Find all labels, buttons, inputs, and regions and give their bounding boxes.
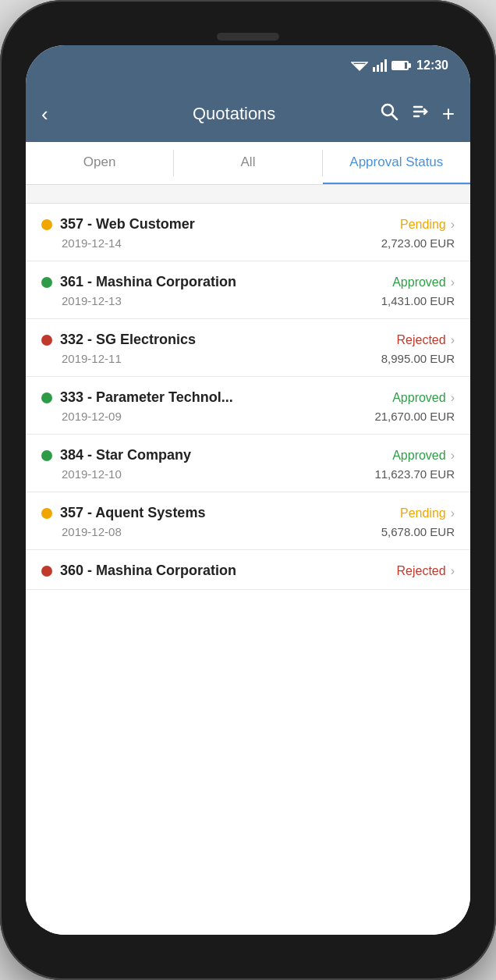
item-right: Pending ›	[400, 506, 455, 520]
item-amount: 1,431.00 EUR	[381, 294, 455, 307]
list-item[interactable]: 357 - Web Customer Pending › 2019-12-14 …	[26, 204, 470, 261]
item-name: 357 - Web Customer	[60, 216, 195, 233]
list-item-row1: 357 - Web Customer Pending ›	[41, 216, 455, 233]
svg-rect-3	[377, 65, 379, 72]
list-item[interactable]: 333 - Parameter Technol... Approved › 20…	[26, 377, 470, 435]
status-icons: 12:30	[351, 59, 448, 73]
item-status: Pending	[400, 506, 446, 520]
chevron-right-icon: ›	[451, 333, 455, 347]
list-item-row2: 2019-12-14 2,723.00 EUR	[41, 236, 455, 250]
list-item[interactable]: 384 - Star Company Approved › 2019-12-10…	[26, 435, 470, 492]
list-item-row1: 361 - Mashina Corporation Approved ›	[41, 274, 455, 290]
tabs-bar: Open All Approval Status	[26, 142, 470, 185]
chevron-right-icon: ›	[451, 218, 455, 232]
status-dot-pending	[41, 508, 52, 519]
item-left: 333 - Parameter Technol...	[41, 389, 392, 406]
svg-line-7	[391, 115, 397, 120]
signal-icon	[373, 59, 387, 72]
item-status: Rejected	[397, 564, 446, 578]
svg-rect-2	[373, 67, 375, 72]
item-status: Approved	[392, 449, 446, 463]
svg-rect-5	[384, 59, 387, 72]
item-right: Rejected ›	[397, 333, 455, 347]
phone-screen: 12:30 ‹ Quotations	[26, 45, 470, 935]
item-name: 333 - Parameter Technol...	[60, 389, 233, 406]
status-bar: 12:30	[26, 45, 470, 86]
chevron-right-icon: ›	[451, 391, 455, 405]
item-date: 2019-12-14	[62, 236, 122, 250]
item-date: 2019-12-13	[62, 294, 122, 307]
list-item-row1: 360 - Mashina Corporation Rejected ›	[41, 563, 455, 579]
item-left: 357 - Web Customer	[41, 216, 400, 233]
item-right: Approved ›	[392, 275, 455, 289]
status-dot-approved	[41, 392, 52, 403]
item-amount: 11,623.70 EUR	[374, 467, 455, 481]
list-item[interactable]: 360 - Mashina Corporation Rejected ›	[26, 550, 470, 590]
wifi-icon	[351, 59, 368, 72]
list-item-row2: 2019-12-10 11,623.70 EUR	[41, 467, 455, 481]
item-amount: 5,678.00 EUR	[381, 525, 455, 538]
list-item[interactable]: 332 - SG Electronics Rejected › 2019-12-…	[26, 319, 470, 377]
item-name: 357 - Aquent Systems	[60, 505, 205, 521]
back-button[interactable]: ‹	[41, 104, 48, 124]
status-time: 12:30	[416, 59, 448, 73]
item-left: 360 - Mashina Corporation	[41, 563, 397, 579]
search-icon[interactable]	[380, 102, 399, 126]
item-name: 361 - Mashina Corporation	[60, 274, 236, 290]
list-section-header	[26, 185, 470, 204]
item-name: 384 - Star Company	[60, 447, 191, 463]
list-item-row1: 332 - SG Electronics Rejected ›	[41, 332, 455, 348]
list-item-row2: 2019-12-09 21,670.00 EUR	[41, 410, 455, 423]
item-date: 2019-12-08	[62, 525, 122, 538]
header-actions: +	[380, 101, 455, 126]
sort-icon[interactable]	[411, 102, 430, 126]
list-item[interactable]: 357 - Aquent Systems Pending › 2019-12-0…	[26, 492, 470, 550]
app-header: ‹ Quotations +	[26, 86, 470, 142]
list-item-row2: 2019-12-08 5,678.00 EUR	[41, 525, 455, 538]
item-amount: 8,995.00 EUR	[381, 352, 455, 365]
item-status: Pending	[400, 218, 446, 232]
item-left: 332 - SG Electronics	[41, 332, 397, 348]
item-date: 2019-12-09	[62, 410, 122, 423]
list-item-row2: 2019-12-11 8,995.00 EUR	[41, 352, 455, 365]
item-left: 384 - Star Company	[41, 447, 392, 463]
chevron-right-icon: ›	[451, 506, 455, 520]
list-item-row1: 384 - Star Company Approved ›	[41, 447, 455, 463]
chevron-right-icon: ›	[451, 449, 455, 463]
item-date: 2019-12-11	[62, 352, 122, 365]
phone-speaker	[217, 33, 279, 41]
list-item-row2: 2019-12-13 1,431.00 EUR	[41, 294, 455, 307]
add-button[interactable]: +	[442, 101, 455, 126]
tab-approval-status[interactable]: Approval Status	[323, 142, 470, 184]
item-amount: 21,670.00 EUR	[374, 410, 455, 423]
tab-all[interactable]: All	[174, 142, 321, 184]
list-item[interactable]: 361 - Mashina Corporation Approved › 201…	[26, 261, 470, 319]
item-date: 2019-12-10	[62, 467, 122, 481]
item-amount: 2,723.00 EUR	[381, 236, 455, 250]
status-dot-pending	[41, 219, 52, 230]
item-status: Rejected	[397, 333, 446, 347]
item-status: Approved	[392, 275, 446, 289]
status-dot-rejected	[41, 566, 52, 577]
status-dot-approved	[41, 277, 52, 288]
item-right: Rejected ›	[397, 564, 455, 578]
status-dot-rejected	[41, 335, 52, 346]
list-item-row1: 333 - Parameter Technol... Approved ›	[41, 389, 455, 406]
chevron-right-icon: ›	[451, 564, 455, 578]
list-item-row1: 357 - Aquent Systems Pending ›	[41, 505, 455, 521]
chevron-right-icon: ›	[451, 275, 455, 289]
item-right: Pending ›	[400, 218, 455, 232]
header-title: Quotations	[58, 104, 411, 124]
item-status: Approved	[392, 391, 446, 405]
battery-icon	[391, 61, 409, 70]
item-right: Approved ›	[392, 449, 455, 463]
quotations-list: 357 - Web Customer Pending › 2019-12-14 …	[26, 204, 470, 935]
svg-rect-4	[381, 62, 383, 72]
item-left: 357 - Aquent Systems	[41, 505, 400, 521]
item-name: 332 - SG Electronics	[60, 332, 196, 348]
tab-open[interactable]: Open	[26, 142, 173, 184]
battery-fill	[393, 62, 405, 69]
item-name: 360 - Mashina Corporation	[60, 563, 236, 579]
item-left: 361 - Mashina Corporation	[41, 274, 392, 290]
phone-frame: 12:30 ‹ Quotations	[0, 0, 496, 980]
